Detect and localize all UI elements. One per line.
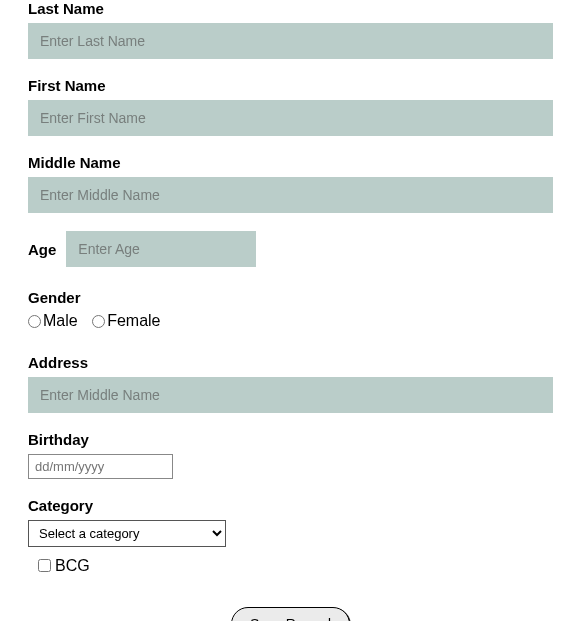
birthday-field[interactable] [28, 454, 173, 479]
bcg-checkbox[interactable] [38, 559, 51, 572]
category-label: Category [28, 497, 553, 514]
gender-male-radio[interactable] [28, 315, 41, 328]
address-label: Address [28, 354, 553, 371]
category-select[interactable]: Select a category [28, 520, 226, 547]
last-name-label: Last Name [28, 0, 553, 17]
first-name-field[interactable] [28, 100, 553, 136]
address-field[interactable] [28, 377, 553, 413]
middle-name-label: Middle Name [28, 154, 553, 171]
first-name-label: First Name [28, 77, 553, 94]
last-name-field[interactable] [28, 23, 553, 59]
age-field[interactable] [66, 231, 256, 267]
birthday-label: Birthday [28, 431, 553, 448]
middle-name-field[interactable] [28, 177, 553, 213]
save-record-button[interactable]: Save Record [231, 607, 350, 622]
gender-female-radio[interactable] [92, 315, 105, 328]
gender-male-label: Male [43, 312, 78, 330]
gender-female-label: Female [107, 312, 160, 330]
age-label: Age [28, 241, 56, 258]
gender-label: Gender [28, 289, 553, 306]
bcg-label: BCG [55, 557, 90, 575]
